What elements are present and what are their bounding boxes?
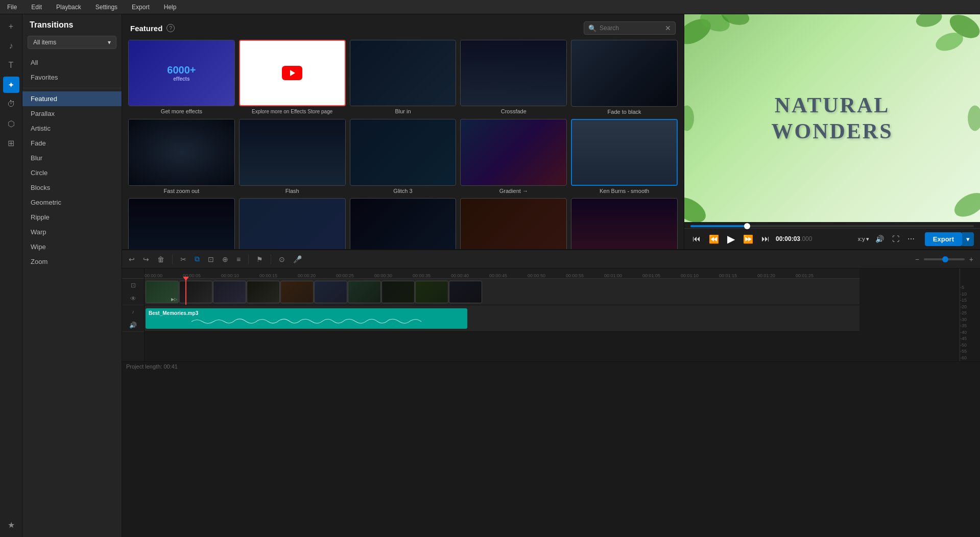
video-clip-6[interactable] — [314, 281, 347, 303]
transition-twirl-1[interactable]: Twirl 1 — [571, 198, 678, 249]
video-track-eye[interactable]: 👁 — [127, 292, 139, 305]
nav-all[interactable]: All — [22, 55, 122, 70]
fullscreen-icon[interactable]: ⛶ — [890, 234, 901, 244]
menu-file[interactable]: File — [4, 3, 20, 12]
text-icon-btn[interactable]: T — [3, 57, 19, 74]
star-icon-btn[interactable]: ★ — [3, 517, 19, 533]
export-button[interactable]: Export — [925, 232, 962, 246]
transition-fast-zoom-out[interactable]: Fast zoom out — [128, 119, 235, 194]
flag-button[interactable]: ⚑ — [254, 254, 266, 265]
transition-gradient[interactable]: Gradient → — [460, 119, 567, 194]
menu-playback[interactable]: Playback — [53, 3, 84, 12]
transition-lens[interactable]: Lens ↗ — [128, 198, 235, 249]
nav-featured[interactable]: Featured — [22, 91, 122, 106]
menu-edit[interactable]: Edit — [28, 3, 45, 12]
ken-burns-thumb[interactable] — [571, 119, 678, 186]
transition-get-more[interactable]: 6000+ effects Get more effects — [128, 40, 235, 115]
flash-thumb[interactable] — [239, 119, 346, 185]
transition-fade-to-black[interactable]: Fade to black — [571, 40, 678, 115]
search-clear-icon[interactable]: ✕ — [665, 24, 671, 32]
nav-warp[interactable]: Warp — [22, 225, 122, 239]
nav-wipe[interactable]: Wipe — [22, 239, 122, 254]
nav-ripple[interactable]: Ripple — [22, 210, 122, 225]
step-forward-button[interactable]: ⏩ — [741, 233, 755, 245]
nav-artistic[interactable]: Artistic — [22, 121, 122, 136]
transition-blur-in[interactable]: Blur in — [350, 40, 457, 115]
video-clip-8[interactable] — [381, 281, 415, 303]
split-button[interactable]: ≡ — [234, 254, 243, 265]
transition-parallax-1[interactable]: Parallax 1 — [460, 198, 567, 249]
twirl-1-thumb[interactable] — [571, 198, 678, 249]
menu-export[interactable]: Export — [129, 3, 153, 12]
nav-parallax[interactable]: Parallax — [22, 106, 122, 121]
lens-thumb[interactable] — [128, 198, 235, 249]
transition-ken-burns[interactable]: Ken Burns - smooth — [571, 119, 678, 194]
aspect-ratio-selector[interactable]: x:y ▾ — [858, 236, 869, 242]
progress-handle[interactable] — [744, 223, 750, 229]
video-track-icon[interactable]: ⊡ — [127, 279, 139, 291]
play-pause-button[interactable]: ▶ — [725, 232, 737, 246]
page-turn-thumb[interactable] — [350, 198, 457, 249]
transition-page-turn[interactable]: Page turn ↗ — [350, 198, 457, 249]
nav-zoom[interactable]: Zoom — [22, 254, 122, 269]
cut-button[interactable]: ✂ — [178, 254, 189, 265]
search-input[interactable] — [600, 25, 662, 32]
video-clip-5[interactable] — [280, 281, 314, 303]
crop-button[interactable]: ⊡ — [205, 254, 217, 265]
video-clip-2[interactable] — [179, 281, 212, 303]
nav-fade[interactable]: Fade — [22, 136, 122, 151]
video-clip-9[interactable] — [415, 281, 448, 303]
anchor-button[interactable]: ⊙ — [276, 254, 288, 265]
blur-in-thumb[interactable] — [350, 40, 457, 106]
category-dropdown[interactable]: All items ▾ — [28, 36, 116, 49]
transition-flash[interactable]: Flash — [239, 119, 346, 194]
add-media-button[interactable]: + — [3, 18, 19, 35]
nav-blur[interactable]: Blur — [22, 151, 122, 165]
redo-button[interactable]: ↪ — [140, 254, 152, 265]
settings-icon[interactable]: ⋯ — [905, 234, 917, 244]
go-to-start-button[interactable]: ⏮ — [690, 233, 703, 245]
video-clip-3[interactable] — [213, 281, 246, 303]
track-scroll-area[interactable]: 00:00:00 00:00:05 00:00:10 00:00:15 00:0… — [145, 268, 960, 361]
music-icon-btn[interactable]: ♪ — [3, 38, 19, 54]
transition-glitch-3[interactable]: Glitch 3 — [350, 119, 457, 194]
transitions-icon-btn[interactable]: ✦ — [3, 77, 19, 93]
step-back-button[interactable]: ⏪ — [707, 233, 721, 245]
effects-store-thumb[interactable] — [239, 40, 346, 106]
parallax-1-thumb[interactable] — [460, 198, 567, 249]
volume-icon[interactable]: 🔊 — [873, 234, 886, 244]
info-icon[interactable]: ? — [166, 24, 175, 32]
fade-to-black-thumb[interactable] — [571, 40, 678, 107]
export-dropdown-button[interactable]: ▾ — [962, 232, 974, 246]
search-box[interactable]: 🔍 ✕ — [584, 21, 676, 35]
playhead[interactable] — [185, 279, 186, 305]
glitch-3-thumb[interactable] — [350, 119, 457, 185]
zoom-in-button[interactable]: + — [967, 254, 976, 265]
get-more-thumb[interactable]: 6000+ effects — [128, 40, 235, 106]
audio-track-icon[interactable]: ♪ — [127, 306, 139, 318]
offset-thumb[interactable] — [239, 198, 346, 249]
video-clip-1[interactable]: ▶▷ — [146, 281, 179, 303]
delete-button[interactable]: 🗑 — [155, 254, 167, 265]
fast-zoom-out-thumb[interactable] — [128, 119, 235, 185]
zoom-out-button[interactable]: − — [913, 254, 922, 265]
audio-track-mute[interactable]: 🔊 — [127, 319, 139, 331]
transition-offset[interactable]: Offset → — [239, 198, 346, 249]
go-to-end-button[interactable]: ⏭ — [759, 233, 772, 245]
zoom-slider[interactable] — [924, 258, 965, 260]
gradient-thumb[interactable] — [460, 119, 567, 185]
crossfade-thumb[interactable] — [460, 40, 567, 106]
video-clip-4[interactable] — [247, 281, 280, 303]
zoom-handle[interactable] — [942, 256, 948, 262]
mic-button[interactable]: 🎤 — [291, 254, 304, 265]
nav-circle[interactable]: Circle — [22, 165, 122, 180]
paste-button[interactable]: ⧉ — [192, 253, 202, 265]
video-clip-7[interactable] — [348, 281, 381, 303]
nav-blocks[interactable]: Blocks — [22, 180, 122, 195]
nav-geometric[interactable]: Geometric — [22, 195, 122, 210]
progress-bar[interactable] — [690, 225, 974, 227]
properties-button[interactable]: ⊕ — [220, 254, 231, 265]
history-icon-btn[interactable]: ⏱ — [3, 96, 19, 112]
audio-clip[interactable]: Best_Memories.mp3 — [146, 308, 467, 329]
menu-settings[interactable]: Settings — [92, 3, 121, 12]
